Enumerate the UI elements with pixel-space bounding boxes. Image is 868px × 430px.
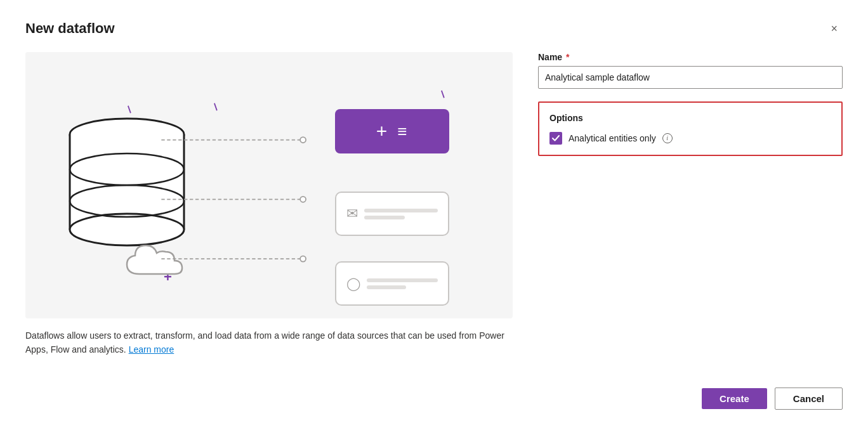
dialog-title: New dataflow [25,20,115,37]
left-panel: / + + / + / [25,52,513,357]
cloud-icon [124,239,200,283]
svg-point-10 [300,197,306,202]
card-line-4 [367,285,406,289]
name-field-group: Name * [538,52,843,89]
person-entity-card: ◯ [335,261,449,306]
email-entity-card: ✉ [335,192,449,236]
card-lines [364,209,438,219]
accent-6: / [438,89,447,100]
description-text: Dataflows allow users to extract, transf… [25,329,513,357]
card-line-1 [364,209,438,212]
description-body: Dataflows allow users to extract, transf… [25,330,504,355]
dialog-body: / + + / + / [25,52,843,357]
new-dataflow-dialog: New dataflow × / + + / + / [0,0,868,430]
plus-icon: + [376,121,388,142]
card-line-2 [364,216,405,219]
name-label-text: Name [538,52,562,62]
accent-4: / [212,101,220,113]
analytical-entities-checkbox[interactable] [549,132,562,145]
add-entity-card: + ≡ [335,109,449,153]
dialog-header: New dataflow × [25,20,843,37]
options-box: Options Analytical entities only i [538,101,843,156]
name-input[interactable] [538,66,843,89]
cancel-button[interactable]: Cancel [775,388,843,410]
person-icon: ◯ [346,276,360,291]
illustration-container: / + + / + / [25,52,513,318]
dialog-footer: Create Cancel [25,377,843,410]
envelope-icon: ✉ [346,205,358,222]
learn-more-link[interactable]: Learn more [129,344,174,355]
name-label: Name * [538,52,843,62]
svg-point-8 [300,137,306,143]
svg-point-12 [300,256,306,262]
checkmark-icon [552,134,560,142]
equals-icon: ≡ [397,122,408,141]
create-button[interactable]: Create [702,388,767,409]
info-icon[interactable]: i [662,133,673,143]
required-indicator: * [563,52,569,62]
analytical-entities-row: Analytical entities only i [549,132,831,145]
card-line-3 [367,278,438,282]
analytical-entities-label: Analytical entities only [569,133,656,143]
right-panel: Name * Options Analytical entities only … [538,52,843,357]
card-lines-2 [367,278,438,289]
close-button[interactable]: × [825,20,843,37]
options-title: Options [549,113,831,123]
illustration: / + + / + / [25,52,513,318]
